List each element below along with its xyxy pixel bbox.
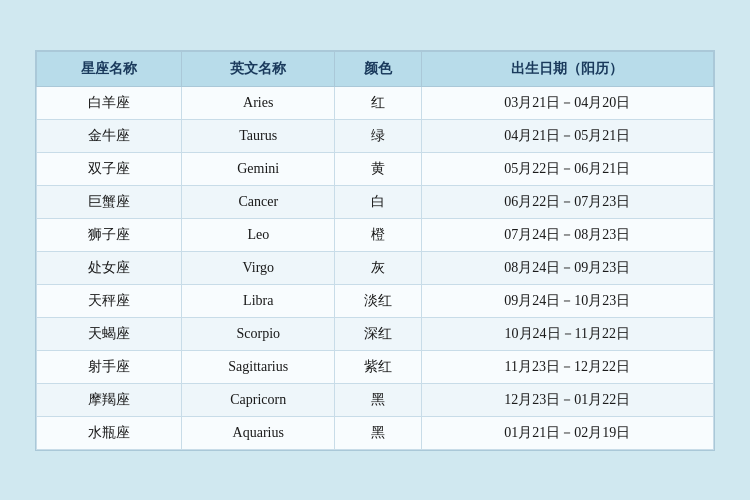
cell-chinese-name: 狮子座	[37, 218, 182, 251]
cell-color: 黑	[335, 416, 421, 449]
table-row: 天秤座Libra淡红09月24日－10月23日	[37, 284, 714, 317]
table-row: 处女座Virgo灰08月24日－09月23日	[37, 251, 714, 284]
header-english-name: 英文名称	[182, 51, 335, 86]
zodiac-table: 星座名称 英文名称 颜色 出生日期（阳历） 白羊座Aries红03月21日－04…	[36, 51, 714, 450]
table-header-row: 星座名称 英文名称 颜色 出生日期（阳历）	[37, 51, 714, 86]
cell-english-name: Aquarius	[182, 416, 335, 449]
cell-english-name: Capricorn	[182, 383, 335, 416]
cell-dates: 03月21日－04月20日	[421, 86, 713, 119]
cell-color: 紫红	[335, 350, 421, 383]
cell-dates: 06月22日－07月23日	[421, 185, 713, 218]
cell-color: 黑	[335, 383, 421, 416]
cell-chinese-name: 水瓶座	[37, 416, 182, 449]
cell-english-name: Leo	[182, 218, 335, 251]
cell-english-name: Virgo	[182, 251, 335, 284]
cell-color: 橙	[335, 218, 421, 251]
cell-chinese-name: 摩羯座	[37, 383, 182, 416]
cell-english-name: Libra	[182, 284, 335, 317]
cell-english-name: Scorpio	[182, 317, 335, 350]
cell-dates: 05月22日－06月21日	[421, 152, 713, 185]
cell-dates: 12月23日－01月22日	[421, 383, 713, 416]
cell-dates: 01月21日－02月19日	[421, 416, 713, 449]
cell-dates: 08月24日－09月23日	[421, 251, 713, 284]
cell-chinese-name: 天蝎座	[37, 317, 182, 350]
cell-color: 绿	[335, 119, 421, 152]
header-dates: 出生日期（阳历）	[421, 51, 713, 86]
cell-chinese-name: 白羊座	[37, 86, 182, 119]
header-color: 颜色	[335, 51, 421, 86]
table-row: 水瓶座Aquarius黑01月21日－02月19日	[37, 416, 714, 449]
zodiac-table-container: 星座名称 英文名称 颜色 出生日期（阳历） 白羊座Aries红03月21日－04…	[35, 50, 715, 451]
header-chinese-name: 星座名称	[37, 51, 182, 86]
table-row: 金牛座Taurus绿04月21日－05月21日	[37, 119, 714, 152]
cell-color: 红	[335, 86, 421, 119]
table-row: 天蝎座Scorpio深红10月24日－11月22日	[37, 317, 714, 350]
cell-english-name: Sagittarius	[182, 350, 335, 383]
cell-color: 淡红	[335, 284, 421, 317]
cell-dates: 11月23日－12月22日	[421, 350, 713, 383]
table-row: 射手座Sagittarius紫红11月23日－12月22日	[37, 350, 714, 383]
table-body: 白羊座Aries红03月21日－04月20日金牛座Taurus绿04月21日－0…	[37, 86, 714, 449]
cell-english-name: Gemini	[182, 152, 335, 185]
table-row: 摩羯座Capricorn黑12月23日－01月22日	[37, 383, 714, 416]
cell-chinese-name: 天秤座	[37, 284, 182, 317]
cell-color: 白	[335, 185, 421, 218]
cell-dates: 07月24日－08月23日	[421, 218, 713, 251]
cell-dates: 04月21日－05月21日	[421, 119, 713, 152]
cell-english-name: Taurus	[182, 119, 335, 152]
cell-chinese-name: 巨蟹座	[37, 185, 182, 218]
cell-dates: 09月24日－10月23日	[421, 284, 713, 317]
table-row: 巨蟹座Cancer白06月22日－07月23日	[37, 185, 714, 218]
cell-english-name: Aries	[182, 86, 335, 119]
cell-color: 深红	[335, 317, 421, 350]
cell-dates: 10月24日－11月22日	[421, 317, 713, 350]
cell-color: 灰	[335, 251, 421, 284]
cell-chinese-name: 射手座	[37, 350, 182, 383]
table-row: 双子座Gemini黄05月22日－06月21日	[37, 152, 714, 185]
cell-chinese-name: 处女座	[37, 251, 182, 284]
cell-english-name: Cancer	[182, 185, 335, 218]
cell-chinese-name: 金牛座	[37, 119, 182, 152]
cell-chinese-name: 双子座	[37, 152, 182, 185]
table-row: 白羊座Aries红03月21日－04月20日	[37, 86, 714, 119]
table-row: 狮子座Leo橙07月24日－08月23日	[37, 218, 714, 251]
cell-color: 黄	[335, 152, 421, 185]
